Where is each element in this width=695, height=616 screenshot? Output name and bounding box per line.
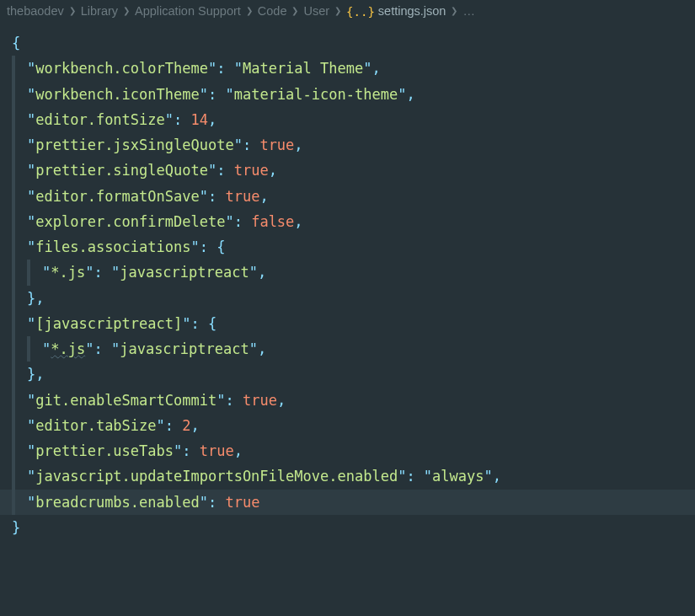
indent-guide <box>12 82 15 107</box>
breadcrumb-file[interactable]: settings.json <box>377 1 448 23</box>
comma: , <box>372 56 380 81</box>
quote: " <box>208 158 217 183</box>
quote: " <box>217 388 225 413</box>
quote: " <box>85 336 94 362</box>
code-line[interactable]: }, <box>0 362 695 387</box>
quote: " <box>234 56 243 81</box>
comma: , <box>208 107 217 132</box>
indent-guide <box>12 132 15 158</box>
json-bool-value: true <box>259 132 294 158</box>
brace-close: } <box>27 362 35 387</box>
indent-guide <box>12 388 15 413</box>
indent-guide <box>12 336 15 362</box>
code-line[interactable]: "*.js": "javascriptreact", <box>0 336 695 362</box>
quote: " <box>27 132 35 158</box>
json-key: editor.formatOnSave <box>35 184 199 209</box>
breadcrumb-segment[interactable]: User <box>302 1 331 23</box>
indent-guide <box>12 158 15 183</box>
colon: : <box>208 82 225 107</box>
json-string-value: javascriptreact <box>120 336 249 362</box>
brace-open: { <box>208 311 217 336</box>
code-line[interactable]: "git.enableSmartCommit": true, <box>0 388 695 413</box>
quote: " <box>190 234 199 260</box>
code-line[interactable]: "explorer.confirmDelete": false, <box>0 209 695 234</box>
json-number-value: 14 <box>191 107 208 132</box>
quote: " <box>27 438 35 463</box>
code-line[interactable]: "prettier.useTabs": true, <box>0 438 695 463</box>
comma: , <box>406 82 414 107</box>
code-line[interactable]: "editor.formatOnSave": true, <box>0 184 695 209</box>
breadcrumb-segment[interactable]: thebaodev <box>5 1 66 23</box>
json-bool-value: true <box>225 184 259 209</box>
json-key: files.associations <box>35 234 190 260</box>
json-file-icon: {..} <box>345 2 377 23</box>
colon: : <box>225 388 242 413</box>
json-bool-value: true <box>225 490 259 515</box>
breadcrumb-segment[interactable]: Code <box>256 1 289 23</box>
quote: " <box>27 388 35 413</box>
indent-guide <box>12 311 15 336</box>
comma: , <box>294 209 302 234</box>
code-line[interactable]: "breadcrumbs.enabled": true <box>0 490 695 515</box>
quote: " <box>85 260 94 285</box>
breadcrumb[interactable]: thebaodev ❯ Library ❯ Application Suppor… <box>0 0 695 24</box>
breadcrumb-segment[interactable]: Application Support <box>133 1 243 23</box>
indent-guide <box>12 438 15 463</box>
chevron-right-icon: ❯ <box>331 3 345 19</box>
colon: : <box>406 463 423 489</box>
json-key: workbench.iconTheme <box>35 82 199 107</box>
comma: , <box>35 362 44 387</box>
code-line[interactable]: } <box>0 515 695 540</box>
breadcrumb-more[interactable]: … <box>461 1 477 23</box>
code-line[interactable]: "workbench.colorTheme": "Material Theme"… <box>0 56 695 81</box>
code-line[interactable]: "editor.tabSize": 2, <box>0 413 695 438</box>
indent-guide <box>12 362 15 387</box>
indent-guide <box>12 413 15 438</box>
json-key: [javascriptreact] <box>35 311 182 336</box>
json-bool-value: true <box>200 438 234 463</box>
code-line[interactable]: "*.js": "javascriptreact", <box>0 260 695 285</box>
quote: " <box>200 490 208 515</box>
json-number-value: 2 <box>182 413 190 438</box>
json-bool-value: false <box>251 209 294 234</box>
code-line[interactable]: "[javascriptreact]": { <box>0 311 695 336</box>
quote: " <box>424 463 432 489</box>
comma: , <box>258 336 266 362</box>
indent-guide <box>12 286 15 311</box>
quote: " <box>363 56 372 81</box>
json-string-value: material-icon-theme <box>234 82 398 107</box>
quote: " <box>27 209 35 234</box>
code-line[interactable]: "javascript.updateImportsOnFileMove.enab… <box>0 463 695 489</box>
json-key: *.js <box>51 260 85 285</box>
code-line[interactable]: "prettier.singleQuote": true, <box>0 158 695 183</box>
indent-guide <box>12 184 15 209</box>
indent-guide <box>12 107 15 132</box>
brace-open: { <box>12 30 20 56</box>
colon: : <box>174 107 190 132</box>
json-string-value: javascriptreact <box>120 260 249 285</box>
breadcrumb-segment[interactable]: Library <box>79 1 120 23</box>
quote: " <box>165 107 174 132</box>
code-line[interactable]: "files.associations": { <box>0 234 695 260</box>
json-key: editor.tabSize <box>35 413 156 438</box>
quote: " <box>225 209 233 234</box>
quote: " <box>234 132 243 158</box>
code-line[interactable]: "editor.fontSize": 14, <box>0 107 695 132</box>
indent-guide <box>12 209 15 234</box>
quote: " <box>208 56 217 81</box>
json-key: *.js <box>51 336 85 362</box>
json-key: workbench.colorTheme <box>35 56 208 81</box>
quote: " <box>27 158 35 183</box>
code-editor[interactable]: {"workbench.colorTheme": "Material Theme… <box>0 24 695 540</box>
code-line[interactable]: "workbench.iconTheme": "material-icon-th… <box>0 82 695 107</box>
comma: , <box>191 413 200 438</box>
comma: , <box>35 286 44 311</box>
json-key: breadcrumbs.enabled <box>35 490 199 515</box>
json-bool-value: true <box>234 158 269 183</box>
code-line[interactable]: "prettier.jsxSingleQuote": true, <box>0 132 695 158</box>
chevron-right-icon: ❯ <box>288 3 302 19</box>
indent-guide <box>12 234 15 260</box>
code-line[interactable]: { <box>0 30 695 56</box>
code-line[interactable]: }, <box>0 286 695 311</box>
colon: : <box>217 158 233 183</box>
